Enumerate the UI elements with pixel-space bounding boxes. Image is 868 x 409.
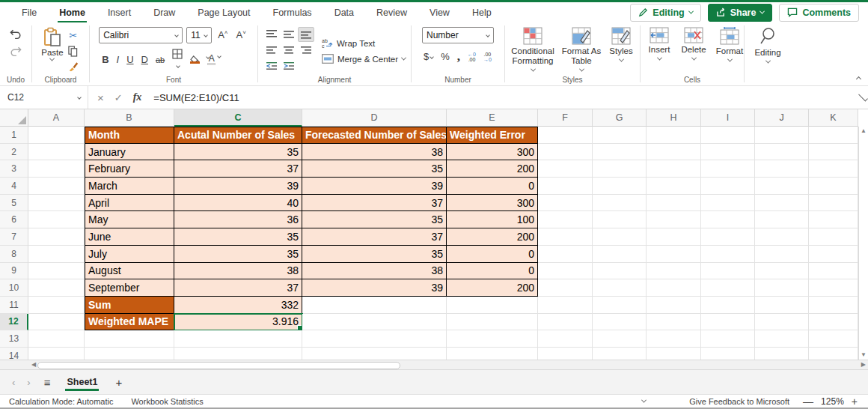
cell-H11[interactable] xyxy=(647,297,701,314)
sheet-list-icon[interactable]: ≡ xyxy=(38,376,57,389)
cell-K6[interactable] xyxy=(809,211,858,228)
cell-I13[interactable] xyxy=(701,330,755,348)
cell-J3[interactable] xyxy=(755,160,809,178)
cell-F5[interactable] xyxy=(538,195,593,212)
cell-G1[interactable] xyxy=(593,127,647,144)
zoom-level[interactable]: 125% xyxy=(821,396,844,407)
cell-E14[interactable] xyxy=(447,348,538,360)
row-header-14[interactable]: 14 xyxy=(0,348,28,360)
expand-formula-bar-icon[interactable] xyxy=(858,91,868,101)
number-format-select[interactable]: Number xyxy=(422,27,494,43)
calculation-mode[interactable]: Calculation Mode: Automatic xyxy=(0,397,122,406)
cell-I2[interactable] xyxy=(701,144,755,161)
cell-F2[interactable] xyxy=(538,144,593,161)
align-center-button[interactable] xyxy=(281,43,297,58)
cell-H8[interactable] xyxy=(647,246,701,263)
cell-E10[interactable]: 200 xyxy=(447,279,538,297)
cell-C5[interactable]: 40 xyxy=(174,195,302,212)
cell-C12[interactable]: 3.916 xyxy=(174,314,302,331)
cell-I8[interactable] xyxy=(701,246,755,263)
row-header-13[interactable]: 13 xyxy=(0,330,28,348)
align-left-button[interactable] xyxy=(263,43,280,58)
cell-D2[interactable]: 38 xyxy=(302,144,447,161)
cell-K9[interactable] xyxy=(809,263,858,280)
tab-help[interactable]: Help xyxy=(461,4,503,22)
column-header-J[interactable]: J xyxy=(755,109,809,127)
cut-button[interactable]: ✂ xyxy=(67,28,80,43)
decrease-indent-button[interactable] xyxy=(263,58,280,73)
cell-K12[interactable] xyxy=(809,314,858,331)
cell-K3[interactable] xyxy=(809,160,858,178)
tab-formulas[interactable]: Formulas xyxy=(262,4,323,22)
cell-G11[interactable] xyxy=(593,297,647,314)
cell-K8[interactable] xyxy=(809,246,858,263)
tab-page-layout[interactable]: Page Layout xyxy=(186,4,261,22)
cell-J6[interactable] xyxy=(755,211,809,228)
collapse-ribbon-icon[interactable] xyxy=(856,76,861,82)
cell-F8[interactable] xyxy=(538,246,593,263)
align-middle-button[interactable] xyxy=(281,27,297,42)
next-sheet-icon[interactable]: › xyxy=(22,377,34,388)
cell-B12[interactable]: Weighted MAPE xyxy=(85,314,174,331)
cell-D13[interactable] xyxy=(302,330,447,348)
row-header-3[interactable]: 3 xyxy=(0,160,28,178)
cell-B2[interactable]: January xyxy=(85,144,174,161)
comments-button[interactable]: Comments xyxy=(779,4,859,22)
cell-D14[interactable] xyxy=(302,348,447,360)
cell-H12[interactable] xyxy=(647,314,701,331)
cell-B4[interactable]: March xyxy=(85,178,174,195)
editing-mode-button[interactable]: Editing xyxy=(630,4,700,22)
cell-D4[interactable]: 39 xyxy=(302,178,447,195)
tab-draw[interactable]: Draw xyxy=(142,4,186,22)
cell-B9[interactable]: August xyxy=(85,263,174,280)
cell-styles-button[interactable]: Styles xyxy=(605,27,637,62)
horizontal-scrollbar[interactable]: ◀ ▶ xyxy=(0,360,868,370)
cell-I11[interactable] xyxy=(701,297,755,314)
cell-F1[interactable] xyxy=(538,127,593,144)
name-box[interactable]: C12 xyxy=(0,86,88,109)
scroll-up-icon[interactable]: ▲ xyxy=(861,128,867,134)
column-header-K[interactable]: K xyxy=(809,109,858,127)
conditional-formatting-button[interactable]: Conditional Formatting xyxy=(508,27,557,72)
cell-A12[interactable] xyxy=(28,314,85,331)
underline-button[interactable]: U xyxy=(123,53,136,66)
cell-G8[interactable] xyxy=(593,246,647,263)
cell-F6[interactable] xyxy=(538,211,593,228)
cell-D1[interactable]: Forecasted Number of Sales xyxy=(302,127,447,144)
cell-A14[interactable] xyxy=(28,348,85,360)
comma-style-button[interactable]: , xyxy=(456,52,462,62)
decrease-font-button[interactable]: A˅ xyxy=(234,29,248,40)
cell-C6[interactable]: 36 xyxy=(174,211,302,228)
cell-F4[interactable] xyxy=(538,178,593,195)
cell-E13[interactable] xyxy=(447,330,538,348)
cell-I3[interactable] xyxy=(701,160,755,178)
borders-button[interactable] xyxy=(169,48,186,71)
zoom-in-button[interactable]: + xyxy=(852,396,858,408)
cell-A11[interactable] xyxy=(28,297,85,314)
cell-A8[interactable] xyxy=(28,246,85,263)
formula-input[interactable]: =SUM(E2:E10)/C11 xyxy=(150,92,858,103)
decrease-decimal-button[interactable]: .00→0 xyxy=(482,50,493,64)
cell-B6[interactable]: May xyxy=(85,211,174,228)
cell-E4[interactable]: 0 xyxy=(447,178,538,195)
cell-C2[interactable]: 35 xyxy=(174,144,302,161)
cell-I7[interactable] xyxy=(701,228,755,246)
cell-I14[interactable] xyxy=(701,348,755,360)
row-header-10[interactable]: 10 xyxy=(0,279,28,297)
column-header-H[interactable]: H xyxy=(647,109,701,127)
vertical-scrollbar[interactable]: ▲ ▼ xyxy=(858,127,868,360)
workbook-statistics[interactable]: Workbook Statistics xyxy=(122,397,212,406)
cell-C7[interactable]: 35 xyxy=(174,228,302,246)
cell-E11[interactable] xyxy=(447,297,538,314)
cell-J10[interactable] xyxy=(755,279,809,297)
cell-G2[interactable] xyxy=(593,144,647,161)
cell-B11[interactable]: Sum xyxy=(85,297,174,314)
cell-J2[interactable] xyxy=(755,144,809,161)
cell-E6[interactable]: 100 xyxy=(447,211,538,228)
cell-G9[interactable] xyxy=(593,263,647,280)
cell-I4[interactable] xyxy=(701,178,755,195)
delete-cells-button[interactable]: Delete xyxy=(678,27,709,61)
row-header-11[interactable]: 11 xyxy=(0,297,28,314)
cell-D11[interactable] xyxy=(302,297,447,314)
cell-D10[interactable]: 39 xyxy=(302,279,447,297)
